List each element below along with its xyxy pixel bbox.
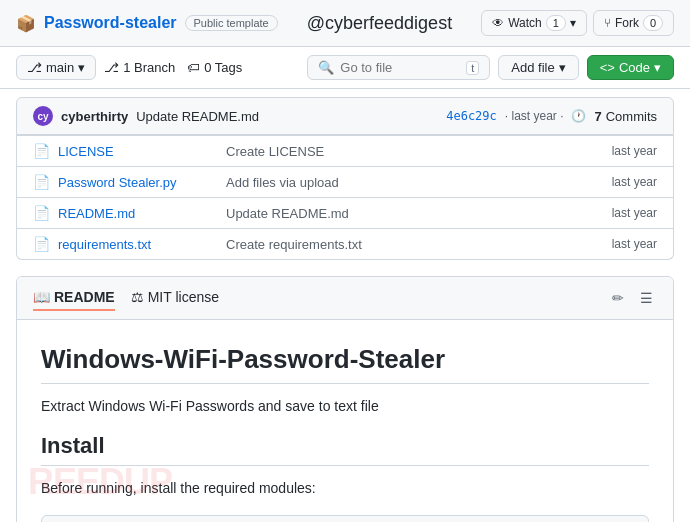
scale-icon: ⚖ — [131, 289, 144, 305]
tag-count[interactable]: 🏷 0 Tags — [187, 60, 242, 75]
table-row: 📄 requirements.txt Create requirements.t… — [17, 228, 673, 259]
file-commit-msg: Add files via upload — [226, 175, 604, 190]
table-row: 📄 README.md Update README.md last year — [17, 197, 673, 228]
avatar: cy — [33, 106, 53, 126]
file-icon: 📄 — [33, 236, 50, 252]
branch-bar: ⎇ main ▾ ⎇ 1 Branch 🏷 0 Tags 🔍 t Add fil… — [0, 47, 690, 89]
file-table: 📄 LICENSE Create LICENSE last year 📄 Pas… — [16, 135, 674, 260]
chevron-down-icon: ▾ — [570, 16, 576, 30]
watch-button[interactable]: 👁 Watch 1 ▾ — [481, 10, 587, 36]
center-handle: @cyberfeeddigest — [286, 13, 473, 34]
file-time: last year — [612, 175, 657, 189]
repo-header: 📦 Password-stealer Public template @cybe… — [0, 0, 690, 47]
chevron-down-icon: ▾ — [559, 60, 566, 75]
code-icon: <> — [600, 60, 615, 75]
commit-meta: 4e6c29c · last year · 🕐 7 Commits — [446, 109, 657, 124]
code-button[interactable]: <> Code ▾ — [587, 55, 674, 80]
edit-icon: ✏ — [612, 290, 624, 306]
readme-body: Windows-WiFi-Password-Stealer Extract Wi… — [17, 320, 673, 522]
chevron-down-icon: ▾ — [78, 60, 85, 75]
file-name[interactable]: README.md — [58, 206, 218, 221]
table-row: 📄 Password Stealer.py Add files via uplo… — [17, 166, 673, 197]
eye-icon: 👁 — [492, 16, 504, 30]
fork-button[interactable]: ⑂ Fork 0 — [593, 10, 674, 36]
tab-readme[interactable]: 📖 README — [33, 285, 115, 311]
watch-count: 1 — [546, 15, 566, 31]
file-icon: 📄 — [33, 205, 50, 221]
file-commit-msg: Create LICENSE — [226, 144, 604, 159]
branch-icon: ⎇ — [27, 60, 42, 75]
repo-icon: 📦 — [16, 14, 36, 33]
tag-icon: 🏷 — [187, 60, 200, 75]
book-icon: 📖 — [33, 289, 50, 305]
table-row: 📄 LICENSE Create LICENSE last year — [17, 135, 673, 166]
readme-section: 📖 README ⚖ MIT license ✏ ☰ Windows-WiFi-… — [16, 276, 674, 522]
readme-description: Extract Windows Wi-Fi Passwords and save… — [41, 396, 649, 417]
branch-selector[interactable]: ⎇ main ▾ — [16, 55, 96, 80]
file-time: last year — [612, 237, 657, 251]
commit-message[interactable]: Update README.md — [136, 109, 259, 124]
branch-info: ⎇ 1 Branch 🏷 0 Tags — [104, 60, 242, 75]
install-description: Before running, install the required mod… — [41, 478, 649, 499]
install-heading: Install — [41, 433, 649, 466]
file-icon: 📄 — [33, 143, 50, 159]
edit-readme-button[interactable]: ✏ — [608, 288, 628, 308]
history-icon: 🕐 — [571, 109, 586, 123]
latest-commit-row: cy cyberthirty Update README.md 4e6c29c … — [16, 97, 674, 135]
goto-file-search[interactable]: 🔍 t — [307, 55, 490, 80]
list-icon: ☰ — [640, 290, 653, 306]
file-name[interactable]: Password Stealer.py — [58, 175, 218, 190]
readme-header: 📖 README ⚖ MIT license ✏ ☰ — [17, 277, 673, 320]
branch-count[interactable]: ⎇ 1 Branch — [104, 60, 175, 75]
code-block: pip install -r requirements.txt ⧉ — [41, 515, 649, 522]
repo-actions: 👁 Watch 1 ▾ ⑂ Fork 0 — [481, 10, 674, 36]
commit-hash[interactable]: 4e6c29c — [446, 109, 497, 123]
search-icon: 🔍 — [318, 60, 334, 75]
search-input[interactable] — [340, 60, 460, 75]
file-icon: 📄 — [33, 174, 50, 190]
file-time: last year — [612, 206, 657, 220]
chevron-down-icon: ▾ — [654, 60, 661, 75]
fork-icon: ⑂ — [604, 16, 611, 30]
file-commit-msg: Update README.md — [226, 206, 604, 221]
tab-mit-license[interactable]: ⚖ MIT license — [131, 285, 219, 311]
toc-button[interactable]: ☰ — [636, 288, 657, 308]
file-commit-msg: Create requirements.txt — [226, 237, 604, 252]
commit-author[interactable]: cyberthirty — [61, 109, 128, 124]
repo-name[interactable]: Password-stealer — [44, 14, 177, 32]
file-name[interactable]: LICENSE — [58, 144, 218, 159]
readme-title: Windows-WiFi-Password-Stealer — [41, 344, 649, 384]
public-template-badge: Public template — [185, 15, 278, 31]
commits-link[interactable]: 7 Commits — [594, 109, 657, 124]
commit-time: · last year · — [505, 109, 564, 123]
commits-count: 7 — [594, 109, 601, 124]
search-kbd: t — [466, 61, 479, 75]
file-time: last year — [612, 144, 657, 158]
file-name[interactable]: requirements.txt — [58, 237, 218, 252]
branch-count-icon: ⎇ — [104, 60, 119, 75]
add-file-button[interactable]: Add file ▾ — [498, 55, 578, 80]
readme-actions: ✏ ☰ — [608, 288, 657, 308]
fork-count: 0 — [643, 15, 663, 31]
commits-label: Commits — [606, 109, 657, 124]
